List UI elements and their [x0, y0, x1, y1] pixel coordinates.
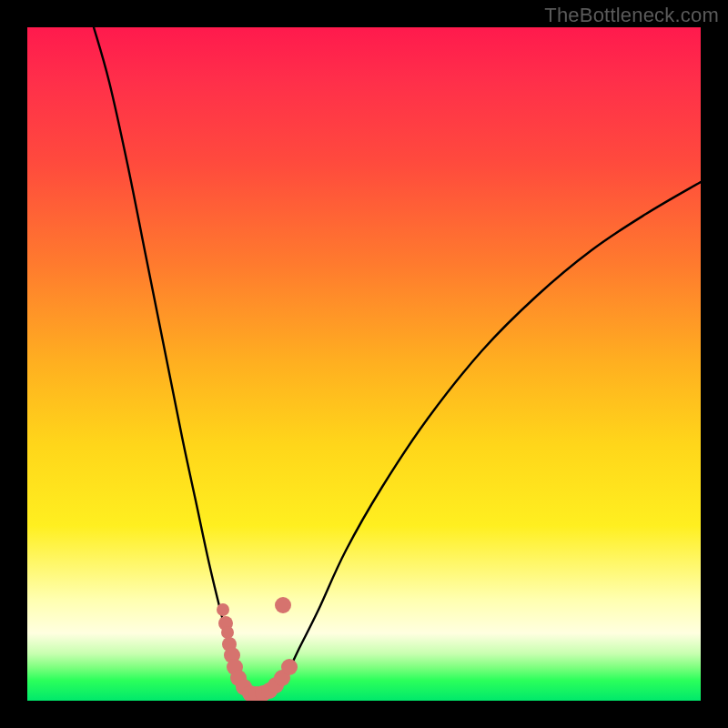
sample-marker — [221, 626, 234, 639]
sample-marker — [275, 597, 291, 613]
curve-layer — [27, 27, 701, 701]
plot-area — [27, 27, 701, 701]
sample-marker — [281, 659, 298, 675]
chart-stage: TheBottleneck.com — [0, 0, 728, 728]
sample-marker — [217, 603, 229, 616]
bottleneck-curve — [94, 27, 701, 698]
watermark-label: TheBottleneck.com — [544, 4, 719, 27]
